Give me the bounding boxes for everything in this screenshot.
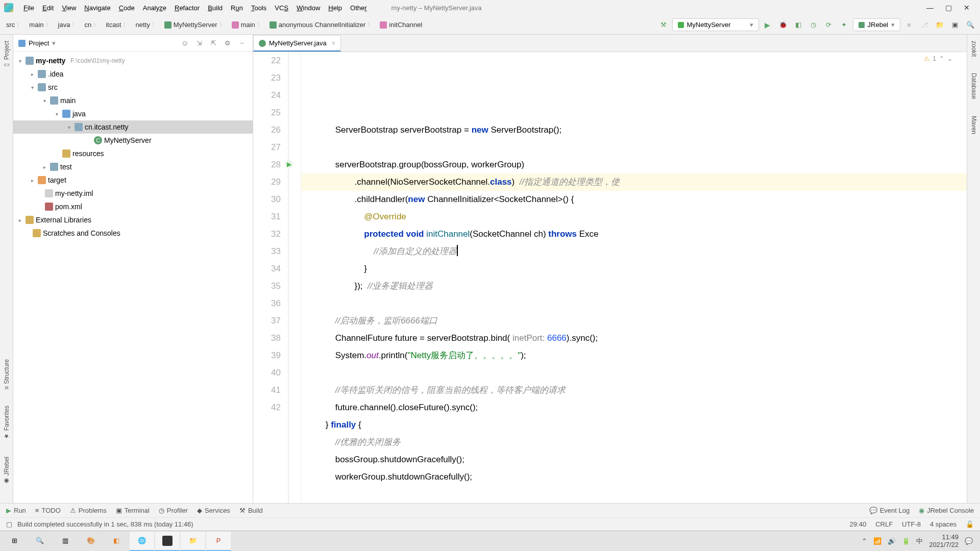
app-intellij[interactable] [155, 532, 180, 551]
tool-windows-icon[interactable]: ▢ [6, 520, 12, 528]
jrebel-run-button[interactable]: ⟳ [822, 18, 836, 32]
run-button[interactable]: ▶ [761, 18, 774, 32]
settings-button[interactable]: ⚙ [222, 38, 233, 49]
menu-navigate[interactable]: Navigate [80, 2, 114, 14]
code-content[interactable]: 💡 ServerBootstrap serverBootstrap = new … [301, 52, 967, 503]
menu-code[interactable]: Code [115, 2, 139, 14]
tree-row-java[interactable]: ▾java [13, 107, 253, 120]
right-tab-maven[interactable]: Maven [969, 113, 978, 137]
code-editor[interactable]: ⚠ 1 ⌃ ⌄ 22232425262728293031323334353637… [253, 52, 967, 503]
tree-row-iml[interactable]: my-netty.iml [13, 187, 253, 200]
menu-file[interactable]: File [19, 2, 38, 14]
jrebel-debug-button[interactable]: ✦ [838, 18, 851, 32]
profile-button[interactable]: ◷ [807, 18, 820, 32]
bottom-run[interactable]: ▶Run [6, 507, 26, 514]
tree-row-package[interactable]: ▾cn.itcast.netty [13, 120, 253, 134]
chevron-down-icon[interactable]: ▾ [52, 39, 56, 47]
tree-row-resources[interactable]: resources [13, 147, 253, 160]
status-indent[interactable]: 4 spaces [930, 520, 957, 528]
left-tab-structure[interactable]: ≡ Structure [2, 356, 11, 393]
collapse-button[interactable]: ⇱ [208, 38, 219, 49]
menu-analyze[interactable]: Analyze [139, 2, 170, 14]
stop-button[interactable]: ■ [902, 18, 916, 32]
menu-tools[interactable]: Tools [247, 2, 271, 14]
app-chrome[interactable]: 🌐 [130, 532, 154, 551]
bottom-profiler[interactable]: ◷Profiler [159, 507, 188, 514]
start-button[interactable]: ⊞ [2, 532, 27, 551]
bottom-todo[interactable]: ≡TODO [35, 507, 61, 514]
bottom-eventlog[interactable]: 💬Event Log [869, 507, 910, 514]
lock-icon[interactable]: 🔓 [966, 520, 974, 528]
tree-row-class[interactable]: CMyNettyServer [13, 134, 253, 147]
menu-help[interactable]: Help [324, 2, 346, 14]
status-encoding[interactable]: UTF-8 [902, 520, 921, 528]
status-caret-pos[interactable]: 29:40 [850, 520, 867, 528]
layout-button[interactable]: ▣ [948, 18, 962, 32]
git-button[interactable]: ⎇ [918, 18, 931, 32]
crumb-class[interactable]: MyNettyServer〉 [161, 19, 228, 30]
jrebel-dropdown[interactable]: JRebel ▾ [853, 18, 900, 31]
folder-button[interactable]: 📁 [933, 18, 946, 32]
maximize-button[interactable]: ▢ [939, 1, 958, 15]
close-tab-icon[interactable]: × [332, 40, 335, 47]
bottom-jrebel-console[interactable]: ◉JRebel Console [919, 507, 974, 514]
menu-other[interactable]: Other [346, 2, 371, 14]
search-button[interactable]: 🔍 [28, 532, 52, 551]
crumb-netty[interactable]: netty〉 [132, 19, 160, 30]
fold-gutter[interactable] [289, 52, 301, 503]
minimize-button[interactable]: — [921, 1, 939, 15]
right-tab-zookit[interactable]: zookit [969, 38, 978, 60]
bottom-build[interactable]: ⚒Build [239, 507, 263, 514]
crumb-java[interactable]: java〉 [55, 19, 81, 30]
tree-row-external[interactable]: ▸External Libraries [13, 213, 253, 227]
tree-row-test[interactable]: ▸test [13, 160, 253, 173]
ime-icon[interactable]: 中 [916, 537, 923, 546]
volume-icon[interactable]: 🔊 [888, 537, 896, 545]
run-config-select[interactable]: MyNettyServer ▾ [672, 18, 759, 31]
bottom-problems[interactable]: ⚠Problems [70, 507, 107, 514]
tree-row-root[interactable]: ▾my-nettyF:\code\01\my-netty [13, 54, 253, 67]
tree-row-target[interactable]: ▸target [13, 173, 253, 187]
menu-refactor[interactable]: Refactor [170, 2, 204, 14]
menu-vcs[interactable]: VCS [271, 2, 292, 14]
app-editor[interactable]: ◧ [104, 532, 129, 551]
crumb-anon[interactable]: anonymous ChannelInitializer〉 [266, 19, 376, 30]
crumb-src[interactable]: src〉 [3, 19, 25, 30]
tree-row-pom[interactable]: pom.xml [13, 200, 253, 213]
bottom-services[interactable]: ◆Services [197, 507, 230, 514]
wifi-icon[interactable]: 📶 [873, 537, 881, 545]
crumb-method-main[interactable]: main〉 [229, 19, 265, 30]
menu-window[interactable]: Window [292, 2, 324, 14]
tree-row-scratches[interactable]: Scratches and Consoles [13, 227, 253, 240]
system-tray[interactable]: ⌃ 📶 🔊 🔋 中 11:492021/7/22 💬 [862, 534, 978, 548]
menu-run[interactable]: Run [227, 2, 247, 14]
app-explorer[interactable]: 📁 [181, 532, 205, 551]
line-gutter[interactable]: 2223242526272829303132333435363738394041… [253, 52, 289, 503]
search-button[interactable]: 🔍 [964, 18, 977, 32]
coverage-button[interactable]: ◧ [792, 18, 805, 32]
status-line-sep[interactable]: CRLF [875, 520, 893, 528]
bottom-terminal[interactable]: ▣Terminal [116, 507, 150, 514]
crumb-main[interactable]: main〉 [26, 19, 54, 30]
left-tab-favorites[interactable]: ★ Favorites [2, 403, 11, 443]
tree-row-src[interactable]: ▾src [13, 81, 253, 94]
tree-row-main[interactable]: ▾main [13, 94, 253, 107]
right-tab-database[interactable]: Database [969, 70, 978, 102]
taskview-button[interactable]: ▥ [53, 532, 78, 551]
tree-row-idea[interactable]: ▸.idea [13, 67, 253, 81]
project-tree[interactable]: ▾my-nettyF:\code\01\my-netty ▸.idea ▾src… [13, 52, 253, 503]
notifications-icon[interactable]: 💬 [965, 537, 973, 545]
expand-button[interactable]: ⇲ [193, 38, 205, 49]
left-tab-jrebel[interactable]: ◉ JRebel [2, 454, 11, 488]
hide-button[interactable]: − [236, 38, 248, 49]
app-powerpoint[interactable]: P [206, 532, 231, 551]
battery-icon[interactable]: 🔋 [902, 537, 910, 545]
app-paint[interactable]: 🎨 [79, 532, 103, 551]
menu-edit[interactable]: Edit [38, 2, 58, 14]
close-button[interactable]: ✕ [958, 1, 976, 15]
menu-build[interactable]: Build [204, 2, 227, 14]
tab-mynettyserver[interactable]: MyNettyServer.java × [253, 35, 341, 52]
crumb-initchannel[interactable]: initChannel [377, 19, 425, 30]
left-tab-project[interactable]: ▭ Project [2, 38, 11, 72]
build-hammer-icon[interactable]: ⚒ [657, 18, 670, 32]
